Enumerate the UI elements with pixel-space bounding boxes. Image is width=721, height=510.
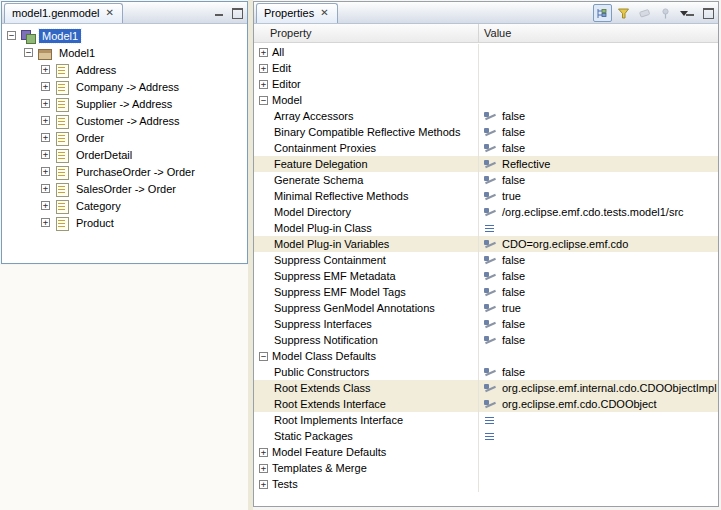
collapse-icon[interactable]: − (7, 31, 16, 40)
expand-icon[interactable]: + (259, 64, 268, 73)
expand-icon[interactable]: + (41, 133, 50, 142)
property-row[interactable]: Model Directory/org.eclipse.emf.cdo.test… (254, 204, 718, 220)
expand-icon[interactable]: + (41, 201, 50, 210)
collapse-icon[interactable]: − (24, 48, 33, 57)
tree-item-label[interactable]: Model1 (39, 29, 81, 43)
tab-properties[interactable]: Properties ✕ (256, 3, 338, 23)
property-row[interactable]: Array Accessorsfalse (254, 108, 718, 124)
tree-item-label[interactable]: Category (73, 199, 124, 213)
property-value[interactable]: true (502, 190, 521, 202)
property-row[interactable]: Suppress Interfacesfalse (254, 316, 718, 332)
property-value[interactable]: false (502, 334, 525, 346)
expand-icon[interactable]: + (41, 184, 50, 193)
property-row[interactable]: Root Extends Interfaceorg.eclipse.emf.cd… (254, 396, 718, 412)
expand-icon[interactable]: + (41, 116, 50, 125)
property-row[interactable]: Suppress GenModel Annotationstrue (254, 300, 718, 316)
property-value[interactable]: false (502, 366, 525, 378)
property-value[interactable]: false (502, 318, 525, 330)
tree-item[interactable]: +Customer -> Address (2, 112, 247, 129)
expand-icon[interactable]: + (259, 480, 268, 489)
property-row[interactable]: Static Packages (254, 428, 718, 444)
property-value[interactable]: false (502, 174, 525, 186)
property-value[interactable]: false (502, 270, 525, 282)
tree-item-label[interactable]: Customer -> Address (73, 114, 183, 128)
tree-item-label[interactable]: PurchaseOrder -> Order (73, 165, 198, 179)
close-icon[interactable]: ✕ (319, 8, 329, 18)
maximize-icon[interactable] (702, 6, 714, 18)
tree-item-label[interactable]: Product (73, 216, 117, 230)
expand-icon[interactable]: + (41, 218, 50, 227)
property-section-row[interactable]: +Edit (254, 60, 718, 76)
tree-item[interactable]: +Order (2, 129, 247, 146)
collapse-icon[interactable]: − (259, 352, 268, 361)
expand-icon[interactable]: + (41, 150, 50, 159)
property-section-row[interactable]: +Templates & Merge (254, 460, 718, 476)
property-section-row[interactable]: +Tests (254, 476, 718, 492)
property-value[interactable]: false (502, 254, 525, 266)
property-row[interactable]: Minimal Reflective Methodstrue (254, 188, 718, 204)
property-row[interactable]: Binary Compatible Reflective Methodsfals… (254, 124, 718, 140)
property-section-row[interactable]: +Editor (254, 76, 718, 92)
property-row[interactable]: Suppress EMF Metadatafalse (254, 268, 718, 284)
tree-item-label[interactable]: Address (73, 63, 119, 77)
property-row[interactable]: Suppress Notificationfalse (254, 332, 718, 348)
expand-icon[interactable]: + (259, 464, 268, 473)
close-icon[interactable]: ✕ (104, 8, 114, 18)
property-value[interactable]: Reflective (502, 158, 550, 170)
property-value[interactable]: false (502, 142, 525, 154)
expand-icon[interactable]: + (41, 167, 50, 176)
minimize-icon[interactable] (684, 6, 696, 18)
property-value[interactable]: /org.eclipse.emf.cdo.tests.model1/src (502, 206, 684, 218)
property-row[interactable]: Root Extends Classorg.eclipse.emf.intern… (254, 380, 718, 396)
tree-item-label[interactable]: OrderDetail (73, 148, 135, 162)
property-section-row[interactable]: +Model Feature Defaults (254, 444, 718, 460)
property-value[interactable]: CDO=org.eclipse.emf.cdo (502, 238, 628, 250)
tree-item-label[interactable]: Order (73, 131, 107, 145)
expand-icon[interactable]: + (259, 80, 268, 89)
tree-item-label[interactable]: Model1 (56, 46, 98, 60)
tree-item[interactable]: +Company -> Address (2, 78, 247, 95)
expand-icon[interactable]: + (41, 99, 50, 108)
tree-item[interactable]: +Supplier -> Address (2, 95, 247, 112)
property-value[interactable]: org.eclipse.emf.cdo.CDOObject (502, 398, 657, 410)
property-value[interactable]: true (502, 302, 521, 314)
tree-item[interactable]: +PurchaseOrder -> Order (2, 163, 247, 180)
show-categories-button[interactable] (593, 4, 612, 22)
property-value[interactable]: false (502, 126, 525, 138)
maximize-icon[interactable] (231, 6, 243, 18)
tree-item-label[interactable]: Company -> Address (73, 80, 182, 94)
tree-item[interactable]: +OrderDetail (2, 146, 247, 163)
property-value[interactable]: false (502, 286, 525, 298)
property-row[interactable]: Model Plug-in Class (254, 220, 718, 236)
property-section-row[interactable]: +All (254, 44, 718, 60)
tab-model1-genmodel[interactable]: model1.genmodel ✕ (4, 3, 123, 23)
property-row[interactable]: Public Constructorsfalse (254, 364, 718, 380)
tree-item[interactable]: +Address (2, 61, 247, 78)
property-row[interactable]: Suppress EMF Model Tagsfalse (254, 284, 718, 300)
tree-item[interactable]: +Product (2, 214, 247, 231)
property-row[interactable]: Feature DelegationReflective (254, 156, 718, 172)
tree-item[interactable]: +Category (2, 197, 247, 214)
property-row[interactable]: Containment Proxiesfalse (254, 140, 718, 156)
property-value[interactable]: false (502, 110, 525, 122)
expand-icon[interactable]: + (259, 448, 268, 457)
tree-item-label[interactable]: Supplier -> Address (73, 97, 175, 111)
property-section-row[interactable]: −Model (254, 92, 718, 108)
show-advanced-properties-button[interactable] (614, 4, 633, 22)
expand-icon[interactable]: + (41, 82, 50, 91)
expand-icon[interactable]: + (259, 48, 268, 57)
property-row[interactable]: Generate Schemafalse (254, 172, 718, 188)
expand-icon[interactable]: + (41, 65, 50, 74)
property-row[interactable]: Root Implements Interface (254, 412, 718, 428)
property-section-row[interactable]: −Model Class Defaults (254, 348, 718, 364)
tree-item[interactable]: +SalesOrder -> Order (2, 180, 247, 197)
tree-item[interactable]: −Model1 (2, 27, 247, 44)
minimize-icon[interactable] (213, 6, 225, 18)
collapse-icon[interactable]: − (259, 96, 268, 105)
property-value[interactable]: org.eclipse.emf.internal.cdo.CDOObjectIm… (502, 382, 717, 394)
property-row[interactable]: Model Plug-in VariablesCDO=org.eclipse.e… (254, 236, 718, 252)
property-row[interactable]: Suppress Containmentfalse (254, 252, 718, 268)
pin-view-button[interactable] (656, 4, 675, 22)
restore-default-value-button[interactable] (635, 4, 654, 22)
tree-item[interactable]: −Model1 (2, 44, 247, 61)
